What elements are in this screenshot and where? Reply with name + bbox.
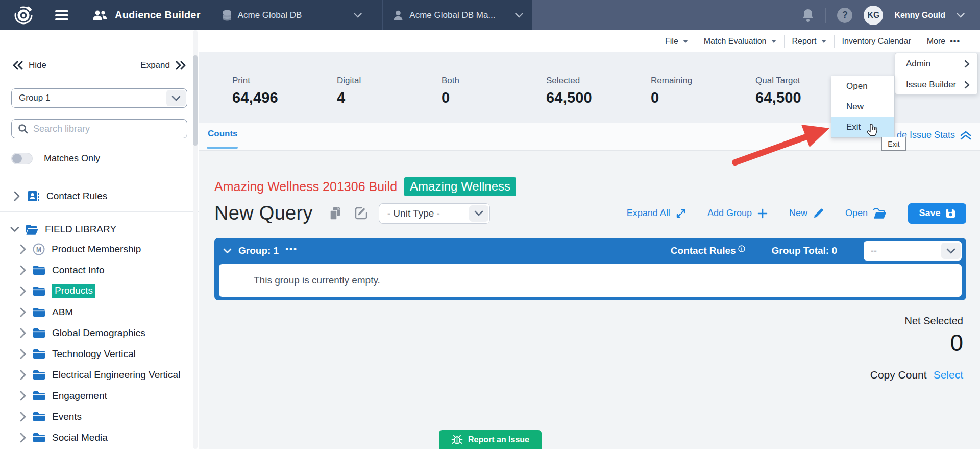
- database-badge: Amazing Wellness: [404, 177, 516, 196]
- caret-down-icon: [683, 40, 688, 43]
- sidebar-item-contact-rules[interactable]: Contact Rules: [0, 180, 199, 212]
- sidebar-item-product-membership[interactable]: M Product Membership: [0, 239, 199, 259]
- save-button[interactable]: Save: [908, 203, 966, 224]
- folder-icon: [33, 370, 45, 380]
- chevron-right-icon: [19, 412, 26, 422]
- chevron-right-icon: [964, 60, 970, 68]
- audience-people-icon: [92, 9, 108, 21]
- expand-arrows-icon: [676, 208, 686, 219]
- more-dropdown-menu: Admin Issue Builder: [895, 53, 978, 94]
- matches-only-toggle[interactable]: [11, 153, 33, 164]
- tab-counts[interactable]: Counts: [208, 129, 238, 139]
- item-label: ABM: [52, 306, 73, 318]
- expand-all-button[interactable]: Expand All: [627, 208, 686, 219]
- sidebar-item-social-media[interactable]: Social Media: [0, 427, 199, 448]
- sidebar-item-products[interactable]: Products: [0, 280, 199, 301]
- menu-inventory-calendar[interactable]: Inventory Calendar: [835, 37, 919, 46]
- folder-icon: [33, 328, 45, 338]
- stat-digital: Digital4: [337, 76, 442, 123]
- chevron-right-icon: [19, 244, 26, 254]
- item-label: Contact Info: [52, 265, 104, 276]
- unit-type-select[interactable]: - Unit Type -: [379, 203, 490, 224]
- brand-logo-icon[interactable]: [13, 5, 34, 26]
- profile-selector[interactable]: Acme Global DB Ma...: [383, 0, 532, 30]
- sidebar-scrollbar-thumb[interactable]: [193, 55, 198, 146]
- double-chevron-right-icon: [175, 61, 186, 70]
- sidebar-header: Hide Expand: [0, 30, 199, 77]
- chevron-right-icon: [19, 307, 26, 317]
- hide-issue-stats-link[interactable]: de Issue Stats: [897, 130, 971, 140]
- info-icon: [738, 245, 745, 252]
- edit-icon[interactable]: [355, 207, 368, 220]
- field-library-header[interactable]: FIELD LIBRARY: [0, 220, 199, 239]
- menu-item-issue-builder[interactable]: Issue Builder: [895, 74, 977, 95]
- notifications-bell-icon[interactable]: [802, 8, 814, 22]
- field-library-label: FIELD LIBRARY: [45, 224, 116, 235]
- save-disk-icon: [946, 208, 955, 218]
- expand-sidebar-button[interactable]: Expand: [140, 60, 186, 70]
- sidebar-item-electrical-engineering-vertical[interactable]: Electrical Engineering Vertical: [0, 364, 199, 385]
- chevron-down-icon[interactable]: [223, 248, 232, 254]
- sidebar-item-events[interactable]: Events: [0, 406, 199, 427]
- folder-icon: [33, 349, 45, 359]
- hamburger-menu-icon[interactable]: [54, 9, 69, 21]
- selection-summary: Net Selected 0 Copy Count Select: [214, 315, 966, 381]
- menu-item-new[interactable]: New: [831, 97, 894, 117]
- svg-text:M: M: [36, 246, 41, 253]
- search-icon: [18, 124, 28, 134]
- double-chevron-up-icon: [960, 130, 971, 140]
- help-icon[interactable]: ?: [837, 8, 852, 23]
- report-issue-button[interactable]: Report an Issue: [439, 430, 542, 449]
- copy-icon[interactable]: [329, 207, 341, 220]
- expand-label: Expand: [140, 60, 170, 70]
- item-label: Electrical Engineering Vertical: [52, 369, 180, 381]
- profile-selector-value: Acme Global DB Ma...: [409, 10, 495, 20]
- database-selector[interactable]: Acme Global DB: [212, 0, 372, 30]
- search-input[interactable]: [33, 124, 181, 134]
- folder-icon: [33, 286, 45, 296]
- circle-m-icon: M: [33, 243, 45, 255]
- sidebar: Hide Expand Group 1 Matches Only: [0, 30, 199, 449]
- hide-sidebar-button[interactable]: Hide: [12, 60, 46, 70]
- copy-count-select-link[interactable]: Select: [934, 369, 963, 381]
- open-query-button[interactable]: Open: [845, 208, 887, 219]
- copy-count-label: Copy Count: [870, 369, 927, 381]
- query-name: New Query: [214, 202, 313, 224]
- sidebar-item-technology-vertical[interactable]: Technology Vertical: [0, 343, 199, 364]
- net-selected-label: Net Selected: [214, 315, 963, 327]
- app-title: Audience Builder: [115, 9, 201, 21]
- audience-builder-app: Audience Builder Acme Global DB Acme Glo…: [0, 0, 980, 449]
- menu-more[interactable]: More•••: [919, 37, 968, 46]
- group-selector[interactable]: Group 1: [11, 88, 187, 108]
- file-dropdown-menu: Open New Exit: [831, 76, 895, 138]
- contact-rules-link[interactable]: Contact Rules: [671, 245, 745, 256]
- sidebar-item-engagement[interactable]: Engagement: [0, 385, 199, 406]
- menu-item-admin[interactable]: Admin: [895, 53, 977, 74]
- avatar[interactable]: KG: [864, 6, 883, 25]
- new-query-button[interactable]: New: [789, 208, 824, 219]
- stat-print: Print64,496: [232, 76, 337, 123]
- group-logic-select[interactable]: --: [864, 241, 962, 261]
- chevron-down-icon[interactable]: [957, 13, 965, 18]
- sidebar-item-global-demographics[interactable]: Global Demographics: [0, 322, 199, 343]
- exit-tooltip: Exit: [881, 137, 906, 151]
- chevron-right-icon: [19, 349, 26, 359]
- menu-file[interactable]: File: [657, 37, 696, 46]
- menubar: File Match Evaluation Report Inventory C…: [199, 30, 980, 52]
- group-menu-ellipsis-icon[interactable]: •••: [285, 244, 298, 254]
- matches-only-label: Matches Only: [44, 153, 100, 164]
- sidebar-scrollbar[interactable]: [193, 30, 198, 449]
- matches-only-row: Matches Only: [11, 153, 199, 180]
- stat-remaining: Remaining0: [651, 76, 755, 123]
- add-group-button[interactable]: Add Group: [707, 208, 768, 219]
- chevron-down-icon: [941, 243, 961, 259]
- menu-item-open[interactable]: Open: [831, 76, 894, 97]
- menu-report[interactable]: Report: [785, 37, 834, 46]
- menu-item-exit[interactable]: Exit: [831, 117, 894, 137]
- chevron-down-icon: [469, 205, 488, 222]
- chevron-right-icon: [19, 328, 26, 338]
- folder-icon: [33, 412, 45, 422]
- menu-match-evaluation[interactable]: Match Evaluation: [696, 37, 784, 46]
- sidebar-item-abm[interactable]: ABM: [0, 301, 199, 322]
- sidebar-item-contact-info[interactable]: Contact Info: [0, 259, 199, 280]
